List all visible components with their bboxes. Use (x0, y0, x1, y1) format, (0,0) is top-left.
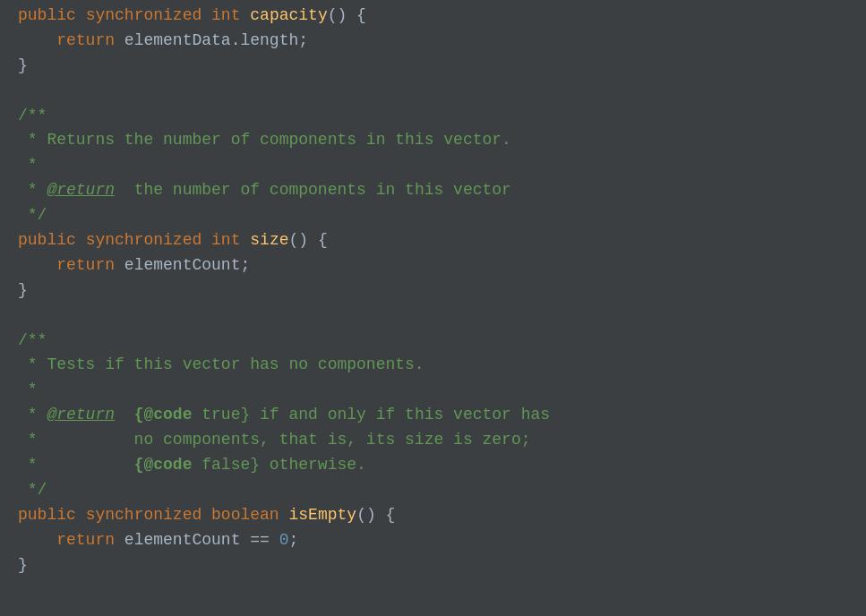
code-line-12: } (0, 278, 866, 304)
code-line-23: } (0, 553, 866, 578)
code-line-3: } (0, 54, 866, 79)
code-editor: public synchronized int capacity() { ret… (0, 0, 866, 616)
code-line-5: /** (0, 104, 866, 129)
code-line-15: * Tests if this vector has no components… (0, 353, 866, 378)
code-line-19: * {@code false} otherwise. (0, 453, 866, 478)
code-line-6: * Returns the number of components in th… (0, 128, 866, 153)
code-line-14: /** (0, 329, 866, 354)
code-line-17: * @return {@code true} if and only if th… (0, 403, 866, 428)
code-line-16: * (0, 378, 866, 403)
code-line-13 (0, 304, 866, 329)
code-line-22: return elementCount == 0; (0, 528, 866, 553)
code-line-18: * no components, that is, its size is ze… (0, 428, 866, 453)
code-line-11: return elementCount; (0, 253, 866, 278)
code-line-9: */ (0, 203, 866, 228)
code-line-20: */ (0, 478, 866, 503)
code-line-1: public synchronized int capacity() { (0, 4, 866, 29)
code-line-21: public synchronized boolean isEmpty() { (0, 503, 866, 528)
code-line-10: public synchronized int size() { (0, 228, 866, 253)
code-line-7: * (0, 153, 866, 178)
code-line-4 (0, 79, 866, 104)
code-line-8: * @return the number of components in th… (0, 178, 866, 203)
code-line-2: return elementData.length; (0, 29, 866, 54)
